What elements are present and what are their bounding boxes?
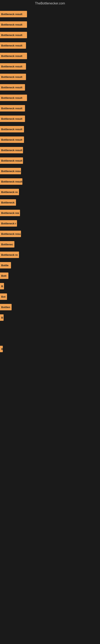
bar-row: Bottleneck result xyxy=(0,61,100,72)
bar-row xyxy=(0,584,100,595)
bar-row xyxy=(0,564,100,574)
bar-row xyxy=(0,522,100,532)
bar-row xyxy=(0,365,100,375)
bar-row xyxy=(0,459,100,469)
bar-row xyxy=(0,490,100,501)
bar-row xyxy=(0,501,100,511)
bottleneck-bar[interactable]: Bottleneck xyxy=(0,199,16,206)
bar-row xyxy=(0,333,100,344)
bar-row xyxy=(0,396,100,406)
bottleneck-bar[interactable]: Bottleneck resu xyxy=(0,168,21,174)
bottleneck-bar[interactable]: Bottleneck result xyxy=(0,147,23,153)
bottleneck-bar[interactable]: Bottlen xyxy=(0,304,12,310)
bar-row: Bottlenec xyxy=(0,239,100,250)
bottleneck-bar[interactable]: Bottleneck result xyxy=(0,11,27,17)
site-title: TheBottlenecker.com xyxy=(0,0,100,7)
bar-row: Bottleneck resu xyxy=(0,228,100,239)
bar-row: Bottleneck res xyxy=(0,208,100,218)
bar-row xyxy=(0,354,100,365)
bar-row xyxy=(0,406,100,417)
bar-row: Bot xyxy=(0,292,100,302)
bottleneck-bar[interactable]: Bottleneck result xyxy=(0,126,24,132)
bar-row: Bott xyxy=(0,270,100,281)
bar-row: Bottleneck re xyxy=(0,187,100,197)
bottleneck-bar[interactable]: Bottleneck r xyxy=(0,220,17,226)
bottleneck-bar[interactable]: Bottleneck result xyxy=(0,105,25,112)
bottleneck-bar[interactable]: Bottleneck result xyxy=(0,116,25,122)
bar-row: Bottleneck result xyxy=(0,155,100,166)
bar-row: B xyxy=(0,312,100,323)
bar-row xyxy=(0,542,100,553)
bar-row: Bottleneck result xyxy=(0,134,100,145)
bar-row xyxy=(0,386,100,396)
bar-row: Bottleneck result xyxy=(0,40,100,51)
bar-row: Bottleneck resu xyxy=(0,166,100,176)
bar-row xyxy=(0,375,100,386)
bar-row: B xyxy=(0,281,100,292)
bottleneck-bar[interactable]: Bottleneck result xyxy=(0,158,23,164)
bar-row: Bottleneck result xyxy=(0,51,100,61)
bars-container: Bottleneck resultBottleneck resultBottle… xyxy=(0,7,100,639)
bar-row: Bottleneck r xyxy=(0,218,100,228)
bottleneck-bar[interactable]: Bottleneck res xyxy=(0,210,20,216)
bar-row: Bottleneck result xyxy=(0,103,100,114)
bar-row xyxy=(0,448,100,459)
bottleneck-bar[interactable]: Bottleneck result xyxy=(0,32,27,38)
bottleneck-bar[interactable]: Bottleneck result xyxy=(0,21,27,28)
bottleneck-bar[interactable]: Bottleneck result xyxy=(0,84,25,90)
bar-row xyxy=(0,428,100,438)
bottleneck-bar[interactable]: B xyxy=(0,283,4,290)
bar-row xyxy=(0,323,100,333)
bar-row xyxy=(0,605,100,616)
bar-row: B xyxy=(0,344,100,354)
bar-row xyxy=(0,595,100,605)
bar-row xyxy=(0,574,100,584)
bar-row xyxy=(0,616,100,626)
bar-row xyxy=(0,438,100,448)
bar-row xyxy=(0,626,100,637)
bottleneck-bar[interactable]: Bottleneck result xyxy=(0,74,26,80)
bar-row xyxy=(0,511,100,522)
bar-row: Bottleneck result xyxy=(0,114,100,124)
bottleneck-bar[interactable]: Bottlenec xyxy=(0,241,14,248)
bottleneck-bar[interactable]: Bottleneck result xyxy=(0,42,26,49)
bottleneck-bar[interactable]: Bottleneck re xyxy=(0,252,19,258)
bar-row: Bottleneck result xyxy=(0,30,100,40)
bar-row: Bottleneck result xyxy=(0,9,100,19)
bottleneck-bar[interactable]: Bottleneck result xyxy=(0,178,22,185)
bar-row xyxy=(0,553,100,564)
bar-row: Bottleneck result xyxy=(0,124,100,134)
bar-row: Bottlen xyxy=(0,302,100,312)
bottleneck-bar[interactable]: Bottleneck result xyxy=(0,53,27,59)
bar-row xyxy=(0,469,100,480)
bar-row: Bottleneck result xyxy=(0,92,100,103)
bar-row: Bottleneck result xyxy=(0,82,100,92)
bar-row xyxy=(0,532,100,542)
bottleneck-bar[interactable]: B xyxy=(0,346,3,352)
bar-row xyxy=(0,417,100,428)
bottleneck-bar[interactable]: Bottleneck resu xyxy=(0,231,21,237)
bar-row: Bottleneck result xyxy=(0,72,100,82)
bottleneck-bar[interactable]: Bottle xyxy=(0,262,11,268)
bar-row xyxy=(0,480,100,490)
bottleneck-bar[interactable]: Bottleneck result xyxy=(0,94,27,101)
bar-row: Bottleneck result xyxy=(0,19,100,30)
bottleneck-bar[interactable]: Bottleneck result xyxy=(0,136,24,143)
bottleneck-bar[interactable]: Bott xyxy=(0,272,8,279)
bar-row: Bottle xyxy=(0,260,100,270)
bar-row: Bottleneck result xyxy=(0,176,100,187)
bottleneck-bar[interactable]: Bot xyxy=(0,294,7,300)
bottleneck-bar[interactable]: B xyxy=(0,314,3,321)
bar-row: Bottleneck result xyxy=(0,145,100,155)
bottleneck-bar[interactable]: Bottleneck result xyxy=(0,63,26,70)
bottleneck-bar[interactable]: Bottleneck re xyxy=(0,189,19,195)
bar-row: Bottleneck re xyxy=(0,250,100,260)
bar-row: Bottleneck xyxy=(0,197,100,208)
